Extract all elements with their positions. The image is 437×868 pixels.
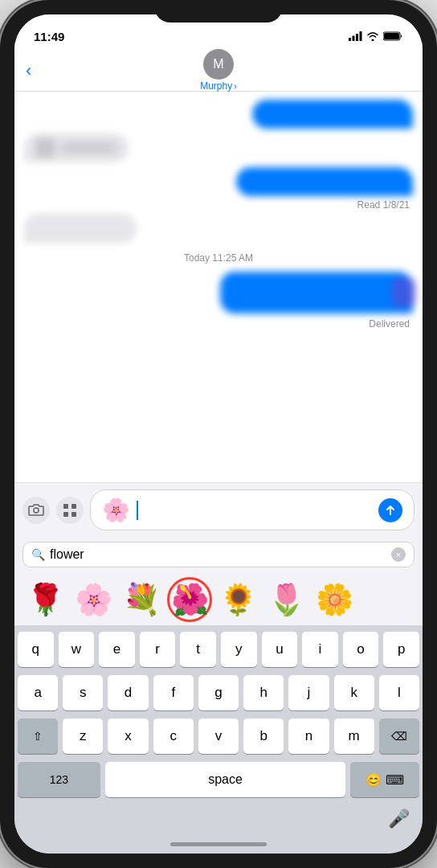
emoji-result-5[interactable]: 🌻 [215, 577, 260, 622]
notch [154, 0, 283, 23]
message-bubble-sent-3 [236, 167, 413, 196]
phone-frame: 11:49 [0, 0, 437, 868]
home-indicator [170, 842, 267, 846]
emoji-result-4-highlighted[interactable]: 🌺 [167, 577, 212, 622]
flower-emoji-preview: 🌸 [102, 497, 130, 523]
nav-bar: ‹ M Murphy › [14, 50, 423, 92]
message-row-5 [24, 214, 413, 243]
message-bubble-sent-7 [220, 272, 413, 313]
svg-rect-2 [356, 34, 358, 41]
key-v[interactable]: v [198, 719, 239, 754]
keyboard: q w e r t y u i o p a s d f g h j k [14, 625, 423, 809]
camera-button[interactable] [22, 497, 50, 524]
message-bubble-received-2 [24, 133, 129, 162]
emoji-result-2[interactable]: 🌸 [71, 577, 116, 622]
message-bubble-sent-1 [252, 100, 413, 129]
wifi-icon [366, 31, 379, 41]
key-c[interactable]: c [153, 719, 194, 754]
emoji-search-bar: 🔍 flower × [14, 537, 423, 572]
key-s[interactable]: s [63, 675, 103, 710]
svg-rect-8 [71, 504, 76, 509]
key-w[interactable]: w [59, 632, 95, 667]
back-button[interactable]: ‹ [26, 60, 31, 81]
key-shift[interactable]: ⇧ [18, 719, 58, 754]
key-b[interactable]: b [243, 719, 284, 754]
contact-name: Murphy › [200, 80, 237, 92]
phone-screen: 11:49 [14, 14, 423, 854]
key-num[interactable]: 123 [18, 762, 100, 797]
status-time: 11:49 [34, 30, 64, 43]
key-emoji[interactable]: 😊 ⌨ [350, 762, 419, 797]
message-input-content: 🌸 [102, 497, 374, 523]
message-row-3 [24, 167, 413, 196]
key-t[interactable]: t [180, 632, 216, 667]
key-q[interactable]: q [18, 632, 54, 667]
svg-rect-9 [63, 512, 68, 517]
key-y[interactable]: y [221, 632, 257, 667]
mic-row: 🎤 [14, 809, 423, 834]
emoji-result-7[interactable]: 🌼 [312, 577, 357, 622]
keyboard-row-1: q w e r t y u i o p [18, 632, 419, 667]
emoji-results: 🌹 🌸 💐 🌺 🌻 🌷 🌼 [14, 572, 423, 625]
contact-header[interactable]: M Murphy › [200, 49, 237, 92]
emoji-result-6[interactable]: 🌷 [263, 577, 308, 622]
status-icons [349, 31, 403, 41]
emoji-result-1[interactable]: 🌹 [22, 577, 67, 622]
mic-button[interactable]: 🎤 [388, 809, 410, 829]
key-j[interactable]: j [288, 675, 329, 710]
message-row-7 [24, 272, 413, 313]
emoji-search-text: flower [50, 547, 391, 562]
message-row-2 [24, 133, 413, 162]
key-u[interactable]: u [262, 632, 298, 667]
emoji-search-icon: 🔍 [31, 548, 45, 561]
svg-rect-10 [71, 512, 76, 517]
svg-rect-0 [349, 38, 351, 41]
text-cursor [137, 501, 138, 520]
key-g[interactable]: g [198, 675, 239, 710]
key-f[interactable]: f [153, 675, 194, 710]
emoji-clear-button[interactable]: × [391, 547, 406, 562]
svg-rect-3 [360, 31, 362, 41]
key-backspace[interactable]: ⌫ [379, 719, 419, 754]
apps-button[interactable] [56, 497, 84, 524]
svg-rect-1 [353, 36, 355, 42]
key-space[interactable]: space [105, 762, 346, 797]
send-button[interactable] [378, 498, 402, 522]
key-h[interactable]: h [243, 675, 284, 710]
key-p[interactable]: p [383, 632, 419, 667]
key-a[interactable]: a [18, 675, 58, 710]
keyboard-row-3: ⇧ z x c v b n m ⌫ [18, 719, 419, 754]
contact-avatar: M [203, 49, 234, 80]
send-icon [385, 505, 396, 516]
camera-icon [28, 504, 44, 517]
svg-rect-7 [63, 504, 68, 509]
key-x[interactable]: x [108, 719, 148, 754]
input-area: 🌸 [14, 482, 423, 537]
keyboard-row-4: 123 space 😊 ⌨ [18, 762, 419, 797]
svg-rect-5 [384, 33, 399, 39]
timestamp-today: Today 11:25 AM [24, 252, 413, 264]
messages-area: Read 1/8/21 Today 11:25 AM Delivered [14, 92, 423, 482]
key-m[interactable]: m [334, 719, 374, 754]
read-status: Read 1/8/21 [24, 199, 413, 211]
key-l[interactable]: l [379, 675, 419, 710]
message-input[interactable]: 🌸 [90, 489, 415, 530]
svg-point-6 [34, 508, 39, 513]
key-i[interactable]: i [302, 632, 338, 667]
key-o[interactable]: o [343, 632, 379, 667]
key-r[interactable]: r [140, 632, 176, 667]
battery-icon [383, 31, 403, 41]
key-e[interactable]: e [99, 632, 135, 667]
key-d[interactable]: d [108, 675, 148, 710]
home-indicator-bar [14, 834, 423, 854]
apps-icon [63, 503, 77, 518]
chevron-icon: › [234, 81, 237, 91]
signal-icon [349, 31, 362, 41]
keyboard-row-2: a s d f g h j k l [18, 675, 419, 710]
key-n[interactable]: n [288, 719, 329, 754]
key-k[interactable]: k [334, 675, 374, 710]
emoji-result-3[interactable]: 💐 [119, 577, 164, 622]
key-z[interactable]: z [63, 719, 103, 754]
emoji-search-input-wrapper[interactable]: 🔍 flower × [22, 542, 415, 567]
delivered-status: Delivered [24, 318, 413, 330]
